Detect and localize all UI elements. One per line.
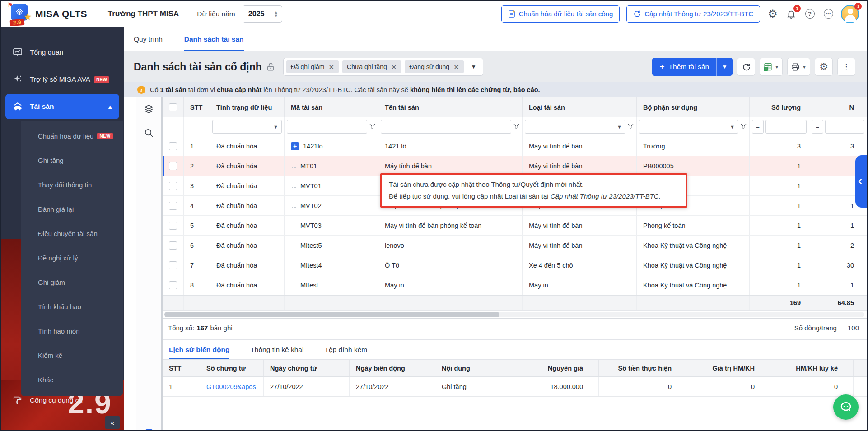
sidebar-subitem-3[interactable]: Đánh giá lại (21, 197, 123, 221)
add-asset-dropdown[interactable]: ▼ (716, 58, 733, 76)
sidebar-subitem-1[interactable]: Ghi tăng (21, 148, 123, 172)
tab-0[interactable]: Quy trình (134, 27, 163, 51)
sidebar-divider (5, 412, 119, 412)
sidebar-subitem-2[interactable]: Thay đổi thông tin (21, 172, 123, 197)
funnel-filter-icon[interactable] (513, 123, 520, 131)
chat-support-button[interactable] (833, 394, 859, 420)
sidebar-subitem-label: Ghi tăng (38, 157, 64, 164)
type-filter-select[interactable]: ▼ (525, 120, 625, 134)
equals-operator-button[interactable]: = (752, 120, 764, 134)
qty-filter-input[interactable] (765, 120, 807, 134)
equals-operator-button[interactable]: = (812, 120, 823, 134)
new-badge: NEW (97, 133, 112, 139)
asset-table-header: STTTình trạng dữ liệuMã tài sảnTên tài s… (163, 97, 867, 117)
sidebar-item-2[interactable]: Tài sản▲ (5, 94, 119, 119)
document-link[interactable]: GT000209&apos (206, 383, 256, 390)
export-excel-button[interactable]: X ▼ (760, 58, 783, 76)
table-row[interactable]: 8Đã chuẩn hóaMItestMáy inMáy inKhoa Kỹ t… (163, 275, 867, 295)
sidebar-collapse-button[interactable]: « (105, 416, 120, 429)
row-checkbox[interactable] (169, 202, 177, 210)
layers-icon[interactable] (144, 104, 154, 116)
detail-tab-2[interactable]: Tệp đính kèm (324, 340, 367, 359)
print-button[interactable]: ▼ (787, 58, 810, 76)
funnel-filter-icon[interactable] (627, 123, 634, 131)
scrollbar-thumb[interactable] (164, 312, 499, 317)
sidebar-subitem-8[interactable]: Tính hao mòn (21, 319, 123, 343)
status-filter-select[interactable]: ▼ (212, 120, 282, 134)
normalize-data-button[interactable]: Chuẩn hóa dữ liệu tài sản công (501, 5, 620, 23)
sidebar-subitem-9[interactable]: Kiểm kê (21, 343, 123, 367)
row-checkbox[interactable] (169, 162, 177, 170)
name-filter-input[interactable] (381, 120, 511, 134)
close-icon[interactable]: ✕ (453, 64, 459, 70)
table-row[interactable]: 6Đã chuẩn hóaMItest5lenovoMáy vi tính để… (163, 236, 867, 255)
sidebar-subitem-6[interactable]: Ghi giảm (21, 270, 123, 294)
per-page-value[interactable]: 100 (848, 324, 859, 332)
tree-branch-icon (292, 221, 296, 227)
funnel-filter-icon[interactable] (740, 123, 747, 131)
summary-partial-total: 64.85 (809, 296, 867, 310)
sidebar-item-tools[interactable]: Công cụ dụng cụ (1, 391, 124, 410)
row-checkbox[interactable] (169, 261, 177, 269)
left-toolbar: › (136, 97, 162, 430)
row-checkbox[interactable] (169, 241, 177, 250)
year-stepper-icon[interactable]: ▲▼ (274, 10, 278, 18)
sidebar-subitem-0[interactable]: Chuẩn hóa dữ liệuNEW (21, 124, 123, 148)
filter-chip-0[interactable]: Đã ghi giảm✕ (286, 60, 339, 73)
sidebar-subitem-5[interactable]: Đề nghị xử lý (21, 246, 123, 270)
select-all-checkbox[interactable] (169, 103, 177, 111)
sidebar-subitem-4[interactable]: Điều chuyển tài sản (21, 221, 123, 246)
expand-panel-button[interactable]: › (142, 429, 156, 431)
close-icon[interactable]: ✕ (391, 64, 397, 70)
filter-chip-1[interactable]: Chưa ghi tăng✕ (342, 60, 401, 73)
table-row[interactable]: 5Đã chuẩn hóaMVT03Máy vi tính để bàn phò… (163, 216, 867, 236)
dept-filter-select[interactable]: ▼ (639, 120, 738, 134)
reload-button[interactable] (737, 58, 755, 76)
stt-cell: 1 (184, 136, 210, 156)
table-row[interactable]: 1Đã chuẩn hóa+1421lo1421 lôMáy vi tính đ… (163, 136, 867, 156)
name-cell: Máy tính để bàn (378, 156, 523, 176)
funnel-filter-icon[interactable] (369, 123, 376, 131)
detail-tab-1[interactable]: Thông tin kê khai (250, 340, 303, 359)
status-cell: Đã chuẩn hóa (210, 136, 285, 156)
horizontal-scrollbar[interactable] (164, 312, 864, 317)
sidebar-subitem-10[interactable]: Khác (21, 367, 123, 392)
more-options-icon[interactable]: ⋯ (822, 8, 834, 20)
avatar[interactable]: 1 (841, 5, 859, 23)
app-logo[interactable]: ⚑ ★ 2.9 (7, 2, 31, 26)
partial-cell: 30 (809, 255, 867, 275)
update-circular-button[interactable]: Cập nhật Thông tư 23/2023/TT-BTC (626, 5, 760, 23)
filter-chip-2[interactable]: Đang sử dụng✕ (405, 60, 463, 73)
row-checkbox[interactable] (169, 182, 177, 190)
search-icon[interactable] (144, 128, 154, 140)
detail-tab-0[interactable]: Lịch sử biến động (169, 340, 229, 359)
more-menu-button[interactable]: ⋮ (837, 58, 855, 76)
sidebar-subitem-7[interactable]: Tính khấu hao (21, 294, 123, 319)
row-checkbox[interactable] (169, 222, 177, 230)
settings-gear-icon[interactable]: ⚙ (767, 8, 779, 20)
tab-1[interactable]: Danh sách tài sản (184, 27, 244, 51)
expand-plus-icon[interactable]: + (291, 142, 299, 150)
history-column-header-8: HM/KH lũy kế (770, 360, 854, 376)
right-panel-handle[interactable] (855, 155, 867, 208)
notifications-bell-icon[interactable]: 1 (785, 8, 797, 20)
code-filter-input[interactable] (287, 120, 367, 134)
year-select[interactable]: 2025 ▲▼ (243, 5, 282, 23)
sidebar-item-0[interactable]: Tổng quan (1, 40, 124, 65)
help-icon[interactable]: ? (804, 8, 816, 20)
refresh-icon (633, 10, 641, 18)
close-icon[interactable]: ✕ (328, 64, 334, 70)
table-settings-button[interactable]: ⚙ (815, 58, 833, 76)
add-asset-button[interactable]: + Thêm tài sản (652, 58, 716, 76)
chevron-down-icon: ▼ (802, 65, 807, 70)
chevron-down-icon: ▼ (617, 124, 622, 130)
lock-open-icon[interactable] (266, 62, 275, 74)
table-row[interactable]: 7Đã chuẩn hóaMItest4Ô TôXe 4 đến 5 chỗKh… (163, 255, 867, 275)
row-checkbox[interactable] (169, 142, 177, 150)
chips-dropdown-icon[interactable]: ▼ (467, 64, 480, 70)
sidebar-item-1[interactable]: Trợ lý số MISA AVANEW (1, 67, 124, 92)
row-checkbox[interactable] (169, 281, 177, 289)
hist-hmkh-acc-cell: 0 (770, 377, 854, 396)
history-row[interactable]: 1GT000209&apos27/10/202227/10/2022Ghi tă… (163, 377, 867, 397)
partial-filter-input[interactable] (825, 120, 864, 134)
